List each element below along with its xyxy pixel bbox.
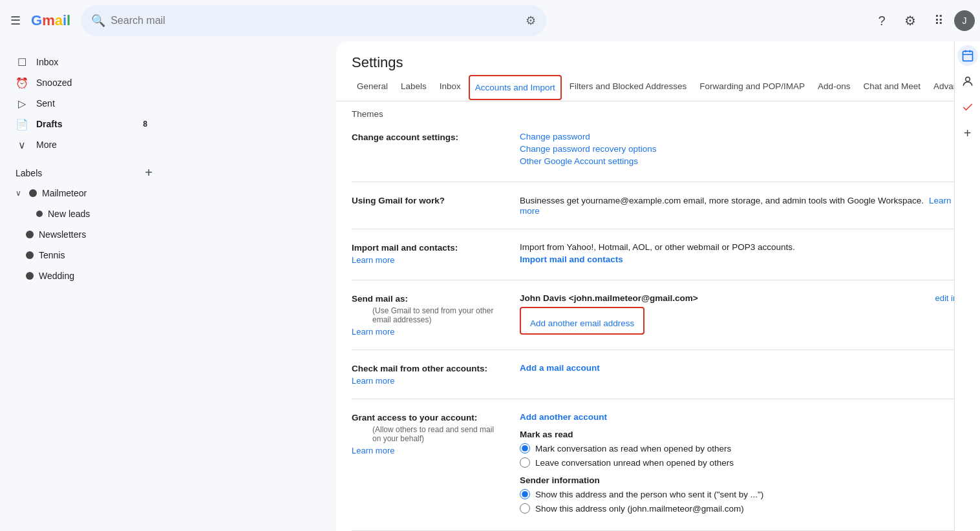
help-button[interactable]: ?	[869, 8, 895, 34]
add-label-button[interactable]: +	[145, 165, 153, 180]
new-leads-label: New leads	[48, 209, 90, 219]
tab-accounts-import[interactable]: Accounts and Import	[469, 75, 562, 100]
label-item-new-leads[interactable]: New leads	[10, 203, 158, 224]
themes-link[interactable]: Themes	[352, 101, 964, 119]
radio-show-both[interactable]: Show this address and the person who sen…	[520, 489, 964, 499]
settings-title: Settings	[336, 41, 980, 71]
import-mail-action-link[interactable]: Import mail and contacts	[520, 255, 964, 264]
setting-row-check-mail: Check mail from other accounts: Learn mo…	[352, 350, 964, 399]
sent-icon: ▷	[16, 98, 28, 110]
radio-leave-unread[interactable]: Leave conversation unread when opened by…	[520, 457, 964, 468]
change-password-link[interactable]: Change password	[520, 132, 964, 141]
mailmeteor-dot	[29, 189, 37, 197]
setting-label-import-mail: Import mail and contacts: Learn more	[352, 242, 520, 267]
sidebar-item-snoozed[interactable]: ⏰ Snoozed	[0, 72, 158, 93]
label-item-mailmeteor[interactable]: ∨ Mailmeteor	[10, 183, 158, 203]
search-icon: 🔍	[91, 14, 105, 28]
tab-forwarding[interactable]: Forwarding and POP/IMAP	[694, 74, 810, 101]
search-bar: 🔍 ⚙	[81, 5, 546, 36]
setting-value-grant-access: Add another account Mark as read Mark co…	[520, 412, 964, 517]
setting-row-import-mail: Import mail and contacts: Learn more Imp…	[352, 229, 964, 280]
radio-show-only[interactable]: Show this address only (john.mailmeteor@…	[520, 503, 964, 514]
apps-button[interactable]: ⠿	[926, 8, 952, 34]
add-another-email-button[interactable]: Add another email address	[521, 313, 643, 333]
change-recovery-link[interactable]: Change password recovery options	[520, 144, 964, 154]
send-mail-user: John Davis <john.mailmeteor@gmail.com>	[520, 293, 935, 303]
menu-button[interactable]: ☰	[5, 8, 26, 33]
new-leads-dot	[36, 211, 43, 217]
sender-info-group: Sender information Show this address and…	[520, 475, 964, 514]
radio-show-only-input[interactable]	[520, 503, 530, 514]
contacts-panel-button[interactable]	[957, 71, 978, 92]
tennis-dot	[26, 251, 34, 259]
label-item-tennis[interactable]: Tennis	[10, 245, 158, 266]
tab-filters[interactable]: Filters and Blocked Addresses	[564, 74, 692, 101]
add-another-account-link[interactable]: Add another account	[520, 412, 964, 422]
add-email-btn-wrapper: Add another email address	[520, 307, 644, 335]
radio-mark-read[interactable]: Mark conversation as read when opened by…	[520, 443, 964, 453]
labels-title: Labels	[16, 168, 42, 178]
sidebar-item-drafts[interactable]: 📄 Drafts 8	[0, 114, 158, 134]
filter-icon[interactable]: ⚙	[526, 14, 536, 28]
setting-row-gmail-work: Using Gmail for work? Businesses get you…	[352, 182, 964, 229]
tasks-panel-button[interactable]	[957, 97, 978, 118]
setting-value-check-mail: Add a mail account	[520, 363, 964, 386]
more-chevron-icon: ∨	[16, 139, 28, 151]
send-mail-learn-more[interactable]: Learn more	[352, 327, 504, 337]
radio-show-both-input[interactable]	[520, 489, 530, 499]
google-account-link[interactable]: Other Google Account settings	[520, 156, 964, 166]
setting-value-change-account: Change password Change password recovery…	[520, 132, 964, 169]
radio-leave-unread-input[interactable]	[520, 457, 530, 468]
svg-rect-0	[963, 51, 972, 61]
settings-button[interactable]: ⚙	[897, 8, 923, 34]
settings-container: Settings General Labels Inbox Accounts a…	[336, 41, 980, 531]
setting-value-import-mail: Import from Yahoo!, Hotmail, AOL, or oth…	[520, 242, 964, 267]
label-item-newsletters[interactable]: Newsletters	[10, 224, 158, 245]
tab-chat-meet[interactable]: Chat and Meet	[858, 74, 926, 101]
mailmeteor-label: Mailmeteor	[42, 188, 87, 198]
check-mail-learn-more[interactable]: Learn more	[352, 376, 504, 386]
settings-tabs: General Labels Inbox Accounts and Import…	[336, 74, 980, 101]
wedding-label: Wedding	[39, 271, 74, 281]
sidebar-item-more[interactable]: ∨ More	[0, 134, 158, 155]
drafts-icon: 📄	[16, 118, 28, 130]
setting-label-gmail-work: Using Gmail for work?	[352, 195, 520, 216]
tab-inbox[interactable]: Inbox	[434, 74, 466, 101]
radio-mark-read-input[interactable]	[520, 443, 530, 453]
mailmeteor-chevron-icon: ∨	[16, 189, 21, 198]
import-mail-learn-more[interactable]: Learn more	[352, 255, 504, 265]
setting-value-send-mail: John Davis <john.mailmeteor@gmail.com> A…	[520, 293, 964, 337]
tennis-label: Tennis	[39, 250, 65, 260]
gmail-logo: Gmail	[31, 12, 70, 29]
sidebar: ✏ Compose ☐ Inbox ⏰ Snoozed ▷ Sent 📄 Dra…	[0, 0, 168, 531]
grant-access-learn-more[interactable]: Learn more	[352, 446, 504, 455]
sender-info-title: Sender information	[520, 475, 964, 485]
setting-label-send-mail: Send mail as: (Use Gmail to send from yo…	[352, 293, 520, 337]
topbar-right: ? ⚙ ⠿ J	[869, 8, 975, 34]
wedding-dot	[26, 272, 34, 280]
svg-point-4	[965, 77, 970, 81]
main-content: Settings General Labels Inbox Accounts a…	[336, 41, 980, 531]
calendar-panel-button[interactable]	[957, 45, 978, 66]
mark-as-read-title: Mark as read	[520, 430, 964, 439]
add-panel-button[interactable]: +	[957, 123, 978, 143]
labels-section: Labels + ∨ Mailmeteor New leads Newslett…	[0, 163, 168, 286]
mark-as-read-group: Mark as read Mark conversation as read w…	[520, 430, 964, 468]
avatar[interactable]: J	[954, 10, 975, 31]
send-mail-info: John Davis <john.mailmeteor@gmail.com> A…	[520, 293, 935, 335]
setting-label-grant-access: Grant access to your account: (Allow oth…	[352, 412, 520, 517]
right-panel: +	[954, 0, 980, 531]
label-item-wedding[interactable]: Wedding	[10, 266, 158, 286]
tab-general[interactable]: General	[352, 74, 393, 101]
sidebar-item-sent[interactable]: ▷ Sent	[0, 93, 158, 114]
search-input[interactable]	[111, 15, 520, 26]
inbox-icon: ☐	[16, 56, 28, 68]
tab-addons[interactable]: Add-ons	[813, 74, 855, 101]
newsletters-dot	[26, 231, 34, 238]
add-mail-account-link[interactable]: Add a mail account	[520, 363, 964, 373]
tab-labels[interactable]: Labels	[396, 74, 432, 101]
sidebar-item-inbox[interactable]: ☐ Inbox	[0, 52, 158, 72]
labels-header: Labels +	[10, 163, 158, 183]
settings-content-area: Themes Change account settings: Change p…	[336, 101, 980, 531]
setting-label-check-mail: Check mail from other accounts: Learn mo…	[352, 363, 520, 386]
